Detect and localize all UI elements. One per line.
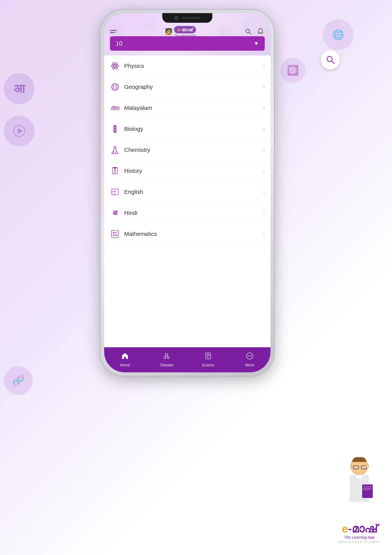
brand-tagline-text: KERALA STATE SYLLABUS xyxy=(338,540,380,543)
classes-icon xyxy=(163,352,170,361)
malayalam-label: Malayalam xyxy=(124,105,152,111)
brand-mal: മാഷ് xyxy=(352,522,377,535)
exams-icon xyxy=(205,352,212,361)
malayalam-icon: അ xyxy=(110,103,120,113)
svg-line-3 xyxy=(332,61,334,63)
geography-icon xyxy=(110,82,120,92)
chemistry-label: Chemistry xyxy=(124,147,150,153)
subject-item-mathematics[interactable]: Mathematics › xyxy=(104,224,271,245)
phone-notch xyxy=(162,13,212,23)
biology-icon xyxy=(110,124,120,134)
physics-chevron: › xyxy=(263,63,265,69)
subject-left-history: History xyxy=(110,166,142,176)
speaker xyxy=(181,17,201,19)
app-content: ABC ⚗️ 🌐 ⚛️ 📚 🧑‍🏫 xyxy=(104,13,271,372)
phone-frame: ABC ⚗️ 🌐 ⚛️ 📚 🧑‍🏫 xyxy=(101,10,274,376)
svg-point-55 xyxy=(249,355,250,356)
svg-text:123: 123 xyxy=(112,192,115,194)
subject-left-hindi: अ Hindi xyxy=(110,208,137,218)
svg-point-26 xyxy=(116,151,117,152)
grade-chevron-icon: ▼ xyxy=(254,40,259,47)
logo-mascot-icon: 🧑‍🏫 xyxy=(165,28,172,35)
svg-rect-31 xyxy=(114,172,116,172)
mascot-head xyxy=(351,458,368,475)
logo-e: e xyxy=(178,27,180,32)
bg-circle-aa: आ xyxy=(4,73,35,104)
svg-line-5 xyxy=(249,32,251,34)
home-label: Home xyxy=(120,363,130,367)
english-chevron: › xyxy=(263,189,265,195)
subject-item-english[interactable]: ABC 123 English › xyxy=(104,182,271,203)
svg-rect-32 xyxy=(114,173,115,173)
svg-point-54 xyxy=(248,355,249,356)
hindi-label: Hindi xyxy=(124,210,137,216)
geography-label: Geography xyxy=(124,84,153,90)
subject-item-biology[interactable]: Biology › xyxy=(104,118,271,139)
search-button[interactable] xyxy=(244,27,252,36)
more-label: More xyxy=(245,363,254,367)
nav-item-classes[interactable]: Classes xyxy=(146,352,187,367)
app-logo: 🧑‍🏫 e-മാഷ് The Learning App xyxy=(165,26,196,37)
bottom-navigation: Home Classes xyxy=(104,347,271,372)
subject-item-physics[interactable]: Physics › xyxy=(104,56,271,76)
mascot-glasses xyxy=(353,465,367,469)
mascot-hair xyxy=(352,457,366,462)
malayalam-script: അ xyxy=(111,104,119,112)
english-icon: ABC 123 xyxy=(110,187,120,197)
subject-item-chemistry[interactable]: Chemistry › xyxy=(104,139,271,161)
svg-line-47 xyxy=(165,356,166,357)
mascot-book xyxy=(362,484,373,498)
svg-point-44 xyxy=(165,353,168,356)
bg-atom-icon: ⚛️ xyxy=(280,58,305,83)
subject-list: Physics › xyxy=(104,56,271,347)
grade-selector[interactable]: 10 ▼ xyxy=(110,36,265,51)
subject-left-mathematics: Mathematics xyxy=(110,229,157,239)
brand-logo-bottom: e-മാഷ് The Learning App KERALA STATE SYL… xyxy=(338,458,380,543)
history-label: History xyxy=(124,168,142,174)
svg-point-46 xyxy=(167,357,169,359)
subject-left-geography: Geography xyxy=(110,82,153,92)
nav-item-home[interactable]: Home xyxy=(104,352,146,367)
nav-item-exams[interactable]: Exams xyxy=(187,352,229,367)
svg-point-25 xyxy=(115,152,116,153)
search-fab-button[interactable] xyxy=(321,50,340,69)
notification-button[interactable] xyxy=(256,27,265,36)
subject-item-malayalam[interactable]: അ Malayalam › xyxy=(104,97,271,118)
subject-left-english: ABC 123 English xyxy=(110,187,143,197)
history-chevron: › xyxy=(263,168,265,174)
home-icon xyxy=(121,352,128,361)
bg-circle-play xyxy=(4,116,35,146)
mathematics-label: Mathematics xyxy=(124,231,157,237)
svg-rect-36 xyxy=(111,230,118,237)
hamburger-menu[interactable] xyxy=(110,30,117,33)
brand-e: e xyxy=(342,522,348,535)
mascot-figure xyxy=(338,458,380,519)
svg-text:ABC: ABC xyxy=(112,190,116,192)
classes-label: Classes xyxy=(160,363,173,367)
hindi-icon: अ xyxy=(110,208,120,218)
hindi-chevron: › xyxy=(263,210,265,216)
svg-point-45 xyxy=(164,357,166,359)
chemistry-icon xyxy=(110,145,120,155)
chemistry-chevron: › xyxy=(263,147,265,153)
exams-label: Exams xyxy=(202,363,214,367)
subject-item-hindi[interactable]: अ Hindi › xyxy=(104,203,271,224)
subject-item-history[interactable]: History › xyxy=(104,161,271,182)
svg-point-10 xyxy=(114,65,116,67)
brand-text-block: e-മാഷ് The Learning App KERALA STATE SYL… xyxy=(338,523,380,543)
history-icon xyxy=(110,166,120,176)
brand-name-text: e-മാഷ് xyxy=(338,523,380,534)
mathematics-chevron: › xyxy=(263,231,265,237)
mascot-ear xyxy=(365,464,369,468)
svg-line-48 xyxy=(167,356,168,357)
hamburger-line-1 xyxy=(110,30,117,31)
svg-marker-1 xyxy=(18,128,23,134)
geography-chevron: › xyxy=(263,84,265,90)
mascot-body xyxy=(350,475,369,502)
biology-chevron: › xyxy=(263,126,265,132)
subject-item-geography[interactable]: Geography › xyxy=(104,76,271,97)
svg-point-24 xyxy=(113,152,114,153)
nav-item-more[interactable]: More xyxy=(229,352,271,367)
svg-rect-28 xyxy=(113,167,117,168)
list-bottom-padding xyxy=(104,245,271,248)
